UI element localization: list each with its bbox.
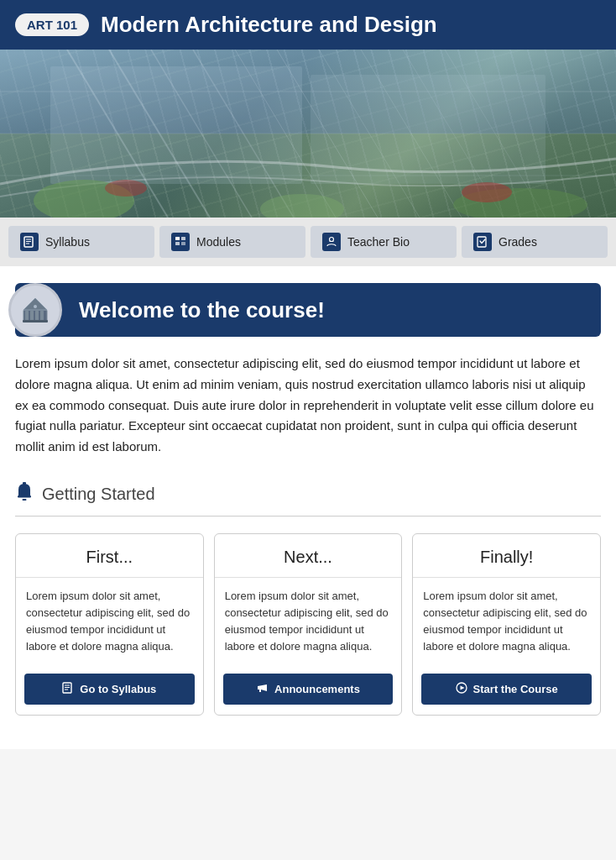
start-btn-icon — [456, 682, 467, 696]
svg-rect-28 — [175, 242, 180, 245]
intro-text: Lorem ipsum dolor sit amet, consectetur … — [15, 354, 601, 458]
svg-rect-42 — [18, 496, 31, 498]
course-title: Modern Architecture and Design — [101, 12, 437, 38]
announcements-label: Announcements — [274, 683, 360, 695]
svg-point-40 — [34, 305, 37, 308]
go-to-syllabus-label: Go to Syllabus — [80, 683, 156, 695]
getting-started-icon — [15, 481, 34, 507]
getting-started-header: Getting Started — [15, 481, 601, 517]
tab-modules-label: Modules — [196, 235, 241, 249]
card-finally-footer: Start the Course — [413, 665, 600, 715]
announcements-button[interactable]: Announcements — [223, 674, 394, 705]
card-next-body: Lorem ipsum dolor sit amet, consectetur … — [215, 578, 402, 666]
welcome-icon-circle — [8, 283, 62, 337]
svg-point-20 — [462, 182, 512, 202]
svg-rect-43 — [23, 499, 27, 501]
hero-image — [0, 50, 616, 218]
getting-started-title: Getting Started — [42, 485, 155, 504]
svg-point-30 — [330, 238, 334, 242]
grades-icon — [473, 233, 492, 251]
start-course-button[interactable]: Start the Course — [421, 674, 592, 705]
syllabus-btn-icon — [62, 682, 74, 696]
go-to-syllabus-button[interactable]: Go to Syllabus — [24, 674, 195, 705]
card-first-body: Lorem ipsum dolor sit amet, consectetur … — [16, 578, 203, 666]
card-next-footer: Announcements — [215, 665, 402, 715]
syllabus-icon — [20, 233, 39, 251]
page-header: ART 101 Modern Architecture and Design — [0, 0, 616, 50]
svg-rect-15 — [50, 66, 302, 184]
svg-marker-49 — [460, 686, 464, 690]
svg-rect-39 — [23, 320, 48, 322]
card-next: Next... Lorem ipsum dolor sit amet, cons… — [214, 533, 403, 716]
welcome-banner: Welcome to the course! — [15, 283, 601, 337]
tab-syllabus-label: Syllabus — [45, 235, 90, 249]
card-first: First... Lorem ipsum dolor sit amet, con… — [15, 533, 204, 716]
institution-icon — [20, 295, 50, 325]
tab-modules[interactable]: Modules — [159, 226, 305, 258]
svg-rect-37 — [40, 311, 44, 321]
svg-rect-35 — [30, 311, 34, 321]
teacher-icon — [322, 233, 341, 251]
svg-rect-29 — [181, 242, 185, 245]
svg-rect-34 — [25, 311, 29, 321]
welcome-heading: Welcome to the course! — [62, 284, 342, 337]
svg-point-21 — [105, 180, 147, 197]
card-finally: Finally! Lorem ipsum dolor sit amet, con… — [412, 533, 601, 716]
hero-svg — [0, 50, 616, 218]
main-content: Welcome to the course! Lorem ipsum dolor… — [0, 266, 616, 749]
tab-grades[interactable]: Grades — [462, 226, 608, 258]
nav-tabs-container: Syllabus Modules Teacher Bio Grades — [0, 218, 616, 266]
card-first-header: First... — [16, 534, 203, 578]
start-course-label: Start the Course — [473, 683, 558, 695]
card-next-header: Next... — [215, 534, 402, 578]
card-first-title: First... — [86, 548, 133, 566]
svg-rect-32 — [478, 237, 486, 247]
tab-grades-label: Grades — [499, 235, 537, 249]
announcements-btn-icon — [256, 682, 269, 696]
modules-icon — [171, 233, 190, 251]
card-finally-title: Finally! — [480, 548, 533, 566]
svg-rect-27 — [181, 237, 185, 240]
svg-rect-31 — [329, 241, 334, 242]
cards-grid: First... Lorem ipsum dolor sit amet, con… — [15, 533, 601, 716]
course-tag: ART 101 — [15, 13, 89, 36]
bell-icon — [15, 481, 34, 503]
card-finally-header: Finally! — [413, 534, 600, 578]
tab-teacher-bio[interactable]: Teacher Bio — [311, 226, 457, 258]
tab-teacher-bio-label: Teacher Bio — [347, 235, 410, 249]
svg-rect-36 — [35, 311, 39, 321]
card-next-title: Next... — [284, 548, 332, 566]
tab-syllabus[interactable]: Syllabus — [8, 226, 154, 258]
card-finally-body: Lorem ipsum dolor sit amet, consectetur … — [413, 578, 600, 666]
svg-rect-26 — [175, 237, 180, 240]
card-first-footer: Go to Syllabus — [16, 665, 203, 715]
